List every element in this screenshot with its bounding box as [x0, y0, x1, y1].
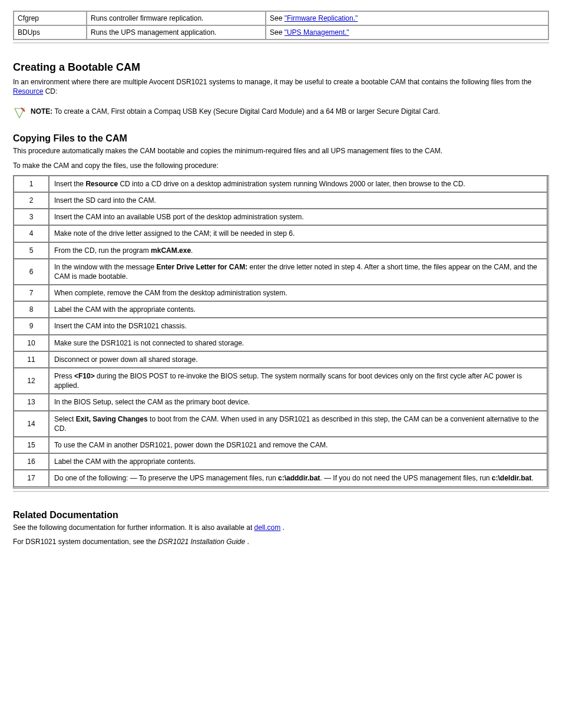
ref-pre: See [270, 28, 285, 37]
ref-pre: See [270, 14, 285, 22]
step-number: 17 [14, 470, 49, 486]
step-number: 14 [14, 411, 49, 437]
table-row: Cfgrep Runs controller firmware replicat… [14, 11, 548, 25]
cmd-cell: BDUps [14, 25, 87, 39]
divider [13, 42, 549, 44]
copy-p1: This procedure automatically makes the C… [13, 146, 549, 156]
step-number: 5 [14, 242, 49, 259]
step-text: Make note of the drive letter assigned t… [49, 225, 547, 242]
step-number: 15 [14, 437, 49, 453]
lead-pre: In an environment where there are multip… [13, 78, 531, 86]
related-link[interactable]: dell.com [254, 523, 281, 532]
step-number: 8 [14, 301, 49, 318]
related-item-pre: For DSR1021 system documentation, see th… [13, 538, 158, 546]
step-text: Do one of the following: — To preserve t… [49, 470, 547, 486]
table-row: 1Insert the Resource CD into a CD drive … [14, 176, 547, 192]
table-row: 4Make note of the drive letter assigned … [14, 225, 547, 242]
table-row: BDUps Runs the UPS management applicatio… [14, 25, 548, 39]
table-row: 3Insert the CAM into an available USB po… [14, 209, 547, 225]
table-row: 9Insert the CAM into the DSR1021 chassis… [14, 318, 547, 334]
step-text: Insert the Resource CD into a CD drive o… [49, 176, 547, 192]
table-row: 13In the BIOS Setup, select the CAM as t… [14, 394, 547, 410]
step-text: To use the CAM in another DSR1021, power… [49, 437, 547, 453]
cmd-cell: Cfgrep [14, 11, 87, 25]
step-number: 6 [14, 259, 49, 285]
section-lead: In an environment where there are multip… [13, 77, 549, 96]
table-row: 7When complete, remove the CAM from the … [14, 285, 547, 301]
table-row: 5From the CD, run the program mkCAM.exe. [14, 242, 547, 259]
step-text: Label the CAM with the appropriate conte… [49, 301, 547, 318]
desc-cell: Runs the UPS management application. [87, 25, 266, 39]
note-body: To create a CAM, First obtain a Compaq U… [54, 107, 439, 116]
related-post: . [283, 523, 285, 532]
step-text: From the CD, run the program mkCAM.exe. [49, 242, 547, 259]
ref-link[interactable]: "Firmware Replication." [285, 14, 358, 22]
note-label: NOTE: [31, 107, 52, 116]
step-number: 9 [14, 318, 49, 334]
ref-cell: See "Firmware Replication." [266, 11, 548, 25]
step-text: Label the CAM with the appropriate conte… [49, 453, 547, 470]
ref-link[interactable]: "UPS Management." [285, 28, 349, 37]
step-number: 11 [14, 351, 49, 368]
step-text: In the window with the message Enter Dri… [49, 259, 547, 285]
steps-table: 1Insert the Resource CD into a CD drive … [13, 175, 549, 489]
step-text: Insert the CAM into an available USB por… [49, 209, 547, 225]
step-text: Insert the SD card into the CAM. [49, 192, 547, 209]
step-number: 7 [14, 285, 49, 301]
related-lead: See the following documentation for furt… [13, 523, 549, 532]
step-text: Make sure the DSR1021 is not connected t… [49, 335, 547, 351]
section-title: Creating a Bootable CAM [13, 61, 549, 74]
related-pre: See the following documentation for furt… [13, 523, 254, 532]
table-row: 12Press <F10> during the BIOS POST to re… [14, 368, 547, 394]
related-item: For DSR1021 system documentation, see th… [13, 537, 549, 546]
step-number: 13 [14, 394, 49, 410]
divider [13, 491, 549, 492]
table-row: 2Insert the SD card into the CAM. [14, 192, 547, 209]
step-text: In the BIOS Setup, select the CAM as the… [49, 394, 547, 410]
step-number: 4 [14, 225, 49, 242]
step-text: Disconnect or power down all shared stor… [49, 351, 547, 368]
ref-cell: See "UPS Management." [266, 25, 548, 39]
table-row: 14Select Exit, Saving Changes to boot fr… [14, 411, 547, 437]
lead-post: CD: [45, 87, 58, 95]
step-text: Select Exit, Saving Changes to boot from… [49, 411, 547, 437]
desc-cell: Runs controller firmware replication. [87, 11, 266, 25]
table-row: 10Make sure the DSR1021 is not connected… [14, 335, 547, 351]
copy-p2: To make the CAM and copy the files, use … [13, 161, 549, 170]
related-item-post: . [247, 538, 249, 546]
table-row: 8Label the CAM with the appropriate cont… [14, 301, 547, 318]
step-number: 2 [14, 192, 49, 209]
step-text: When complete, remove the CAM from the d… [49, 285, 547, 301]
related-item-title: DSR1021 Installation Guide [158, 538, 245, 546]
step-number: 3 [14, 209, 49, 225]
note-icon [13, 107, 26, 121]
step-number: 12 [14, 368, 49, 394]
table-row: 17Do one of the following: — To preserve… [14, 470, 547, 486]
note-text: NOTE: To create a CAM, First obtain a Co… [31, 107, 440, 116]
continuation-table: Cfgrep Runs controller firmware replicat… [13, 11, 549, 40]
step-number: 10 [14, 335, 49, 351]
step-text: Insert the CAM into the DSR1021 chassis. [49, 318, 547, 334]
step-number: 16 [14, 453, 49, 470]
related-heading: Related Documentation [13, 510, 549, 521]
step-number: 1 [14, 176, 49, 192]
step-text: Press <F10> during the BIOS POST to re-i… [49, 368, 547, 394]
copy-heading: Copying Files to the CAM [13, 133, 549, 144]
lead-link[interactable]: Resource [13, 87, 43, 95]
table-row: 6In the window with the message Enter Dr… [14, 259, 547, 285]
table-row: 16Label the CAM with the appropriate con… [14, 453, 547, 470]
table-row: 11Disconnect or power down all shared st… [14, 351, 547, 368]
table-row: 15To use the CAM in another DSR1021, pow… [14, 437, 547, 453]
note-block: NOTE: To create a CAM, First obtain a Co… [13, 107, 549, 121]
